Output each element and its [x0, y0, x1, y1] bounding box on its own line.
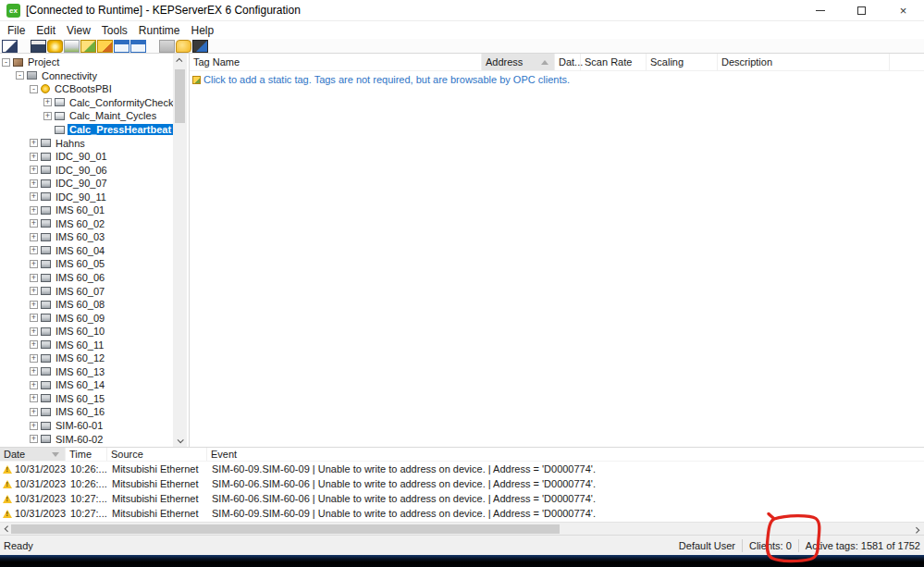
- horizontal-scrollbar[interactable]: [0, 522, 924, 535]
- tree-item-sim-60-01[interactable]: +SIM-60-01: [0, 419, 189, 433]
- expand-icon[interactable]: +: [30, 287, 38, 295]
- tree-item-ims-60-07[interactable]: +IMS 60_07: [0, 284, 189, 298]
- tree-item-calc-conformitycheck[interactable]: +Calc_ConformityCheck: [0, 96, 189, 110]
- tree-item-ims-60-04[interactable]: +IMS 60_04: [0, 244, 189, 258]
- tree-item-ims-60-10[interactable]: +IMS 60_10: [0, 325, 189, 339]
- event-row[interactable]: 10/31/202310:26:...Mitsubishi EthernetSI…: [0, 462, 924, 476]
- column-header-scaling[interactable]: Scaling: [647, 54, 718, 70]
- event-row[interactable]: 10/31/202310:27:...Mitsubishi EthernetSI…: [0, 491, 924, 506]
- column-header-time[interactable]: Time: [66, 448, 107, 461]
- menu-view[interactable]: View: [61, 24, 96, 37]
- expand-icon[interactable]: +: [30, 435, 38, 443]
- column-header-date[interactable]: Date: [0, 448, 66, 461]
- expand-icon[interactable]: +: [30, 340, 38, 349]
- expand-icon[interactable]: +: [30, 394, 38, 402]
- column-header-tag-name[interactable]: Tag Name: [190, 54, 482, 70]
- expand-icon[interactable]: +: [30, 408, 38, 416]
- tree-item-ims-60-06[interactable]: +IMS 60_06: [0, 271, 189, 285]
- menu-edit[interactable]: Edit: [31, 24, 61, 37]
- horizontal-scrollbar-thumb[interactable]: [11, 524, 560, 534]
- new-tag-group-icon[interactable]: [80, 40, 96, 53]
- view-window-2-icon[interactable]: [130, 40, 146, 53]
- expand-icon[interactable]: +: [30, 354, 38, 363]
- new-project-icon[interactable]: [2, 40, 18, 53]
- menu-file[interactable]: File: [2, 24, 31, 37]
- tree-item-calc-maint-cycles[interactable]: +Calc_Maint_Cycles: [0, 109, 189, 123]
- scroll-right-button[interactable]: [910, 523, 924, 536]
- tree-item-ims-60-13[interactable]: +IMS 60_13: [0, 365, 189, 379]
- expand-icon[interactable]: +: [30, 139, 38, 147]
- add-static-tag-link[interactable]: Click to add a static tag. Tags are not …: [190, 71, 924, 85]
- apply-check-icon[interactable]: [192, 40, 208, 53]
- tree-item-idc-90-01[interactable]: +IDC_90_01: [0, 150, 189, 164]
- expand-icon[interactable]: +: [30, 274, 38, 282]
- event-row[interactable]: 10/31/202310:27:...Mitsubishi EthernetSI…: [0, 506, 924, 521]
- expand-icon[interactable]: +: [30, 166, 38, 174]
- scroll-down-button[interactable]: [173, 434, 187, 447]
- expand-icon[interactable]: +: [43, 98, 52, 106]
- tree-item-ccbootspbi[interactable]: -CCBootsPBI: [0, 82, 189, 96]
- expand-icon[interactable]: +: [30, 206, 38, 215]
- column-header-address[interactable]: Address: [482, 54, 555, 70]
- tree-item-connectivity[interactable]: -Connectivity: [0, 69, 189, 83]
- menu-runtime[interactable]: Runtime: [133, 24, 186, 37]
- expand-icon[interactable]: +: [30, 260, 38, 268]
- tree-item-ims-60-15[interactable]: +IMS 60_15: [0, 392, 189, 406]
- tree-item-idc-90-11[interactable]: +IDC_90_11: [0, 190, 189, 203]
- expand-icon[interactable]: +: [30, 381, 38, 389]
- expand-icon[interactable]: +: [30, 233, 38, 241]
- tree-scrollbar[interactable]: [173, 54, 187, 447]
- scroll-up-button[interactable]: [173, 54, 187, 67]
- tree-item-idc-90-07[interactable]: +IDC_90_07: [0, 177, 189, 191]
- expand-icon[interactable]: +: [30, 301, 38, 309]
- menu-tools[interactable]: Tools: [96, 24, 133, 37]
- tree-item-ims-60-08[interactable]: +IMS 60_08: [0, 298, 189, 312]
- column-header-source[interactable]: Source: [107, 448, 207, 461]
- tree-item-project[interactable]: -Project: [0, 55, 189, 69]
- tree-item-ims-60-05[interactable]: +IMS 60_05: [0, 257, 189, 271]
- properties-icon[interactable]: [159, 40, 175, 53]
- quick-client-icon[interactable]: [176, 40, 191, 53]
- minimize-button[interactable]: [799, 0, 841, 20]
- menu-help[interactable]: Help: [186, 24, 220, 37]
- expand-icon[interactable]: +: [30, 327, 38, 336]
- tree-item-ims-60-02[interactable]: +IMS 60_02: [0, 217, 189, 231]
- column-header-blank[interactable]: [890, 54, 924, 70]
- tree-item-ims-60-12[interactable]: +IMS 60_12: [0, 351, 189, 365]
- collapse-icon[interactable]: -: [2, 58, 10, 67]
- expand-icon[interactable]: +: [43, 112, 52, 120]
- expand-icon[interactable]: +: [30, 246, 38, 254]
- expand-icon[interactable]: +: [30, 192, 38, 201]
- maximize-button[interactable]: [841, 0, 882, 20]
- new-channel-icon[interactable]: [47, 40, 63, 53]
- expand-icon[interactable]: +: [30, 422, 38, 430]
- collapse-icon[interactable]: -: [30, 85, 38, 93]
- expand-icon[interactable]: +: [30, 367, 38, 376]
- tree-item-ims-60-03[interactable]: +IMS 60_03: [0, 230, 189, 244]
- collapse-icon[interactable]: -: [16, 71, 24, 80]
- tree-item-ims-60-16[interactable]: +IMS 60_16: [0, 405, 189, 419]
- expand-icon[interactable]: +: [30, 314, 38, 322]
- expand-icon[interactable]: +: [30, 219, 38, 228]
- close-button[interactable]: ×: [882, 0, 924, 20]
- new-tag-icon[interactable]: [97, 40, 113, 53]
- new-device-icon[interactable]: [64, 40, 80, 53]
- tree-item-calc-pressheartbeat[interactable]: Calc_PressHeartbeat: [0, 123, 189, 137]
- edit-project-icon[interactable]: [31, 40, 46, 53]
- expand-icon[interactable]: +: [30, 153, 38, 161]
- view-window-1-icon[interactable]: [114, 40, 129, 53]
- column-header-scan-rate[interactable]: Scan Rate: [581, 54, 647, 70]
- column-header-event[interactable]: Event: [207, 448, 924, 461]
- tree-item-idc-90-06[interactable]: +IDC_90_06: [0, 163, 189, 177]
- tree-item-ims-60-14[interactable]: +IMS 60_14: [0, 378, 189, 392]
- tree-item-sim-60-02[interactable]: +SIM-60-02: [0, 432, 189, 446]
- column-header-dat[interactable]: Dat...: [555, 54, 581, 70]
- tree-scrollbar-thumb[interactable]: [175, 69, 185, 123]
- tree-item-ims-60-01[interactable]: +IMS 60_01: [0, 203, 189, 217]
- tree-item-ims-60-11[interactable]: +IMS 60_11: [0, 338, 189, 351]
- column-header-description[interactable]: Description: [718, 54, 890, 70]
- tree-item-ims-60-09[interactable]: +IMS 60_09: [0, 311, 189, 325]
- event-row[interactable]: 10/31/202310:26:...Mitsubishi EthernetSI…: [0, 476, 924, 491]
- expand-icon[interactable]: +: [30, 179, 38, 188]
- tree-item-hahns[interactable]: +Hahns: [0, 136, 189, 150]
